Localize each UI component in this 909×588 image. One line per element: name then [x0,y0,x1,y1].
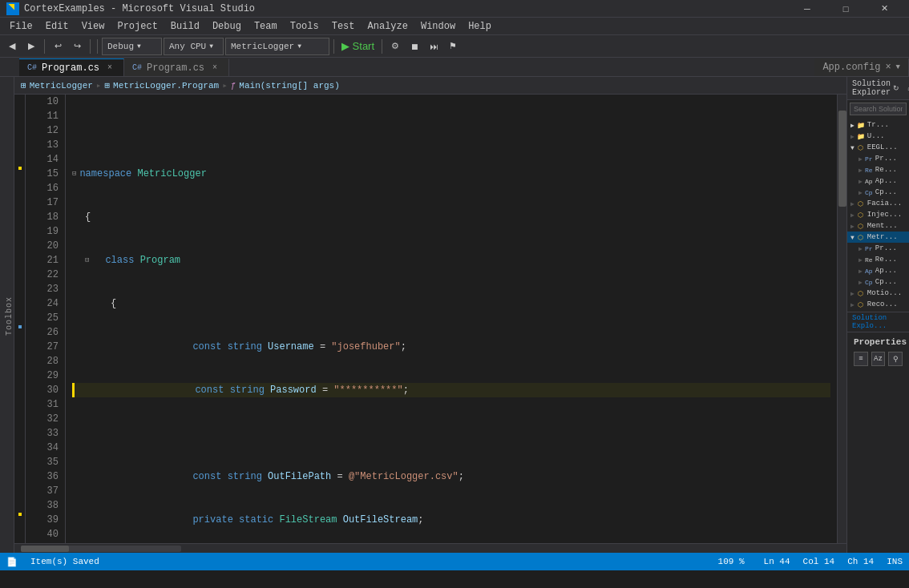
properties-toolbar: ≡ Az ⚲ [854,352,903,366]
indicator-1 [18,167,22,170]
sol-item-injec[interactable]: ▶ ⬡ Injec... [847,209,909,220]
toolbar-separator-2 [90,39,91,54]
sol-item-reco[interactable]: ▶ ⬡ Reco... [847,299,909,310]
sol-item-u[interactable]: ▶ 📁 U... [847,131,909,142]
code-line-13: ⊟ class Program [72,253,830,268]
start-button[interactable]: ▶ Start [338,38,378,54]
sol-sync-btn[interactable]: ↻ [891,83,902,94]
solution-search-input[interactable] [850,103,907,115]
menu-view[interactable]: View [75,18,111,35]
scroll-thumb[interactable] [838,111,846,207]
sol-item-ment[interactable]: ▶ ⬡ Ment... [847,220,909,232]
collapse-icon-11[interactable]: ⊟ [72,167,76,181]
status-ln: Ln 44 [764,557,790,566]
status-saved: Item(s) Saved [30,557,99,566]
breadcrumb-icon-3: ƒ [231,81,236,91]
sol-item-cp2[interactable]: ▶ Cp Cp... [847,276,909,288]
sol-item-metr[interactable]: ▼ ⬡ Metr... [847,232,909,243]
back-button[interactable]: ◀ [3,38,21,55]
tab-app-config-close[interactable]: × [885,62,891,73]
breadcrumb-part3: Main(string[] args) [239,81,339,91]
menu-project[interactable]: Project [111,18,164,35]
minimize-button[interactable]: ─ [789,0,826,18]
sol-icon-re: Re [864,165,874,175]
status-col: Col 14 [803,557,835,566]
menu-window[interactable]: Window [414,18,462,35]
status-zoom: 109 % [718,557,745,566]
toolbar-separator-5 [382,39,382,54]
menu-file[interactable]: File [3,18,39,35]
tab-app-config[interactable]: App.config × ▼ [814,58,909,76]
menu-debug[interactable]: Debug [206,18,248,35]
project-config-dropdown[interactable]: MetricLogger ▼ [225,38,329,55]
menu-build[interactable]: Build [164,18,206,35]
sol-item-pr2[interactable]: ▶ Pr Pr... [847,243,909,254]
tab-bar: C# Program.cs × C# Program.cs × App.conf… [0,58,909,77]
tab-program-cs-1[interactable]: C# Program.cs × [19,58,124,76]
sol-item-ap[interactable]: ▶ Ap Ap... [847,175,909,187]
sol-item-cp[interactable]: ▶ Cp Cp... [847,187,909,198]
breadcrumb-icon-2: ⊞ [104,80,110,91]
breadcrumb-bar: ⊞ MetricLogger ▸ ⊞ MetricLogger.Program … [14,77,846,95]
sol-icon-injec: ⬡ [856,210,866,219]
menu-tools[interactable]: Tools [284,18,325,35]
tab-close-1[interactable]: × [104,62,115,74]
close-button[interactable]: ✕ [866,0,903,18]
toolbar-btn-1[interactable]: ⚙ [386,38,404,55]
editor-area[interactable]: 10 11 12 13 14 15 16 17 18 19 20 21 22 2… [14,95,846,543]
redo-button[interactable]: ↪ [68,38,86,55]
sol-home-btn[interactable]: ⌂ [904,83,909,94]
sol-item-re[interactable]: ▶ Re Re... [847,164,909,175]
status-ins: INS [887,557,903,566]
sol-item-re2[interactable]: ▶ Re Re... [847,254,909,265]
menu-analyze[interactable]: Analyze [362,18,414,35]
platform-dropdown[interactable]: Any CPU ▼ [164,38,224,55]
editor-container: ⊞ MetricLogger ▸ ⊞ MetricLogger.Program … [14,77,846,553]
sol-item-pr[interactable]: ▶ Pr Pr... [847,153,909,164]
sol-icon-tr: 📁 [856,120,866,130]
code-line-11: ⊟ namespace MetricLogger [72,167,830,181]
menu-help[interactable]: Help [462,18,498,35]
solution-explorer-footer[interactable]: Solution Explo... [847,312,909,332]
toolbar-btn-3[interactable]: ⏭ [425,38,442,55]
undo-button[interactable]: ↩ [49,38,67,55]
props-alphabetical-btn[interactable]: Az [871,352,886,366]
sol-item-tr[interactable]: ▶ 📁 Tr... [847,119,909,131]
code-line-16: const string Password = "**********"; [72,383,830,397]
debug-config-dropdown[interactable]: Debug ▼ [102,38,162,55]
status-file-icon: 📄 [6,557,18,567]
sol-icon-facia: ⬡ [856,199,866,208]
toolbar-btn-4[interactable]: ⚑ [444,38,462,55]
title-bar: CortexExamples - Microsoft Visual Studio… [0,0,909,18]
props-search-btn[interactable]: ⚲ [888,352,903,366]
sol-item-eegl[interactable]: ▼ ⬡ EEGL... [847,142,909,153]
tab-program-cs-2[interactable]: C# Program.cs × [124,58,229,76]
forward-button[interactable]: ▶ [22,38,40,55]
breadcrumb-part2: MetricLogger.Program [113,81,219,91]
menu-team[interactable]: Team [248,18,284,35]
maximize-button[interactable]: □ [827,0,864,18]
props-categorized-btn[interactable]: ≡ [854,352,868,366]
sol-item-facia[interactable]: ▶ ⬡ Facia... [847,198,909,209]
sol-item-ap2[interactable]: ▶ Ap Ap... [847,265,909,276]
tab-icon-2: C# [132,63,142,72]
right-panel: Solution Explorer ↻ ⌂ ⚙ ▶ 📁 Tr... ▶ 📁 U.… [846,77,909,553]
code-content[interactable]: ⊟ namespace MetricLogger { ⊟ class Progr… [66,95,837,543]
menu-edit[interactable]: Edit [39,18,75,35]
properties-title: Properties [854,336,903,348]
menu-test[interactable]: Test [325,18,362,35]
vs-logo-icon [6,2,19,15]
collapse-icon-13[interactable]: ⊟ [85,253,89,268]
sol-icon-re2: Re [864,255,874,264]
status-right: 109 % Ln 44 Col 14 Ch 14 INS [718,557,903,566]
horizontal-scrollbar[interactable] [14,543,846,553]
tab-close-2[interactable]: × [209,62,220,74]
toolbar-separator-1 [44,39,45,54]
code-line-19: private static FileStream OutFileStream; [72,513,830,527]
editor-scrollbar[interactable] [837,95,846,543]
sol-icon-motio: ⬡ [856,288,866,298]
toolbox-strip[interactable]: Toolbox [0,77,14,553]
h-scroll-thumb[interactable] [21,546,69,552]
toolbar-btn-2[interactable]: ⏹ [406,38,423,55]
sol-item-motio[interactable]: ▶ ⬡ Motio... [847,288,909,299]
